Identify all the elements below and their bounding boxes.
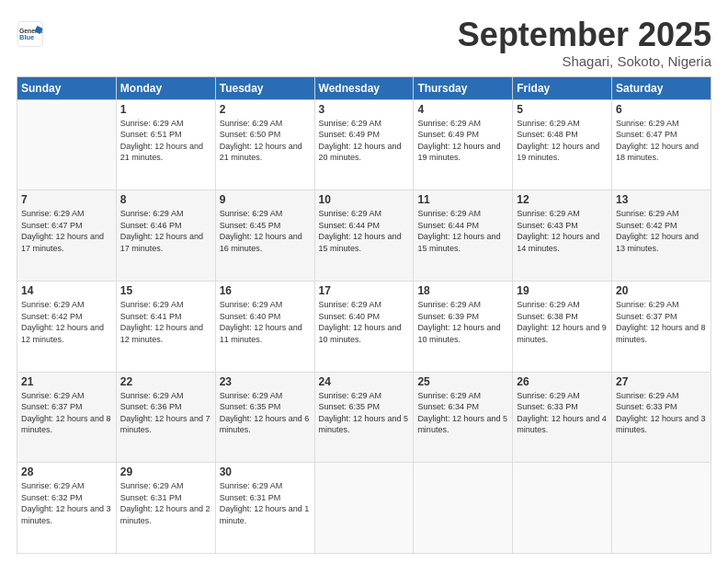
day-info: Sunrise: 6:29 AM Sunset: 6:50 PM Dayligh… <box>220 118 311 164</box>
day-number: 11 <box>417 193 508 206</box>
day-number: 17 <box>319 284 410 297</box>
table-row: 16Sunrise: 6:29 AM Sunset: 6:40 PM Dayli… <box>215 281 314 372</box>
calendar-week-row: 21Sunrise: 6:29 AM Sunset: 6:37 PM Dayli… <box>17 372 711 463</box>
col-thursday: Thursday <box>414 76 513 99</box>
day-number: 10 <box>319 193 410 206</box>
day-info: Sunrise: 6:29 AM Sunset: 6:37 PM Dayligh… <box>616 299 707 345</box>
day-number: 3 <box>319 103 410 116</box>
table-row: 20Sunrise: 6:29 AM Sunset: 6:37 PM Dayli… <box>612 281 711 372</box>
day-number: 5 <box>517 103 608 116</box>
table-row: 30Sunrise: 6:29 AM Sunset: 6:31 PM Dayli… <box>215 463 314 554</box>
day-info: Sunrise: 6:29 AM Sunset: 6:45 PM Dayligh… <box>220 208 311 254</box>
table-row: 6Sunrise: 6:29 AM Sunset: 6:47 PM Daylig… <box>612 99 711 190</box>
day-info: Sunrise: 6:29 AM Sunset: 6:47 PM Dayligh… <box>21 208 112 254</box>
day-info: Sunrise: 6:29 AM Sunset: 6:42 PM Dayligh… <box>21 299 112 345</box>
calendar-header-row: Sunday Monday Tuesday Wednesday Thursday… <box>17 76 711 99</box>
calendar-week-row: 28Sunrise: 6:29 AM Sunset: 6:32 PM Dayli… <box>17 463 711 554</box>
day-number: 6 <box>616 103 707 116</box>
day-number: 7 <box>21 193 112 206</box>
day-number: 22 <box>120 375 211 388</box>
table-row <box>513 463 612 554</box>
col-friday: Friday <box>513 76 612 99</box>
day-info: Sunrise: 6:29 AM Sunset: 6:40 PM Dayligh… <box>319 299 410 345</box>
table-row <box>314 463 414 554</box>
col-saturday: Saturday <box>612 76 711 99</box>
calendar-table: Sunday Monday Tuesday Wednesday Thursday… <box>17 76 711 554</box>
day-number: 14 <box>21 284 112 297</box>
day-number: 13 <box>616 193 707 206</box>
day-number: 16 <box>220 284 311 297</box>
day-info: Sunrise: 6:29 AM Sunset: 6:47 PM Dayligh… <box>616 118 707 164</box>
day-info: Sunrise: 6:29 AM Sunset: 6:46 PM Dayligh… <box>120 208 211 254</box>
table-row: 12Sunrise: 6:29 AM Sunset: 6:43 PM Dayli… <box>513 190 612 282</box>
table-row: 29Sunrise: 6:29 AM Sunset: 6:31 PM Dayli… <box>116 463 215 554</box>
day-number: 23 <box>220 375 311 388</box>
table-row <box>612 463 711 554</box>
table-row: 19Sunrise: 6:29 AM Sunset: 6:38 PM Dayli… <box>513 281 612 372</box>
page: General Blue September 2025 Shagari, Sok… <box>0 0 728 563</box>
col-sunday: Sunday <box>17 76 117 99</box>
day-number: 1 <box>120 103 211 116</box>
table-row: 3Sunrise: 6:29 AM Sunset: 6:49 PM Daylig… <box>314 99 414 190</box>
day-number: 18 <box>417 284 508 297</box>
col-monday: Monday <box>116 76 215 99</box>
table-row: 10Sunrise: 6:29 AM Sunset: 6:44 PM Dayli… <box>314 190 414 282</box>
day-number: 27 <box>616 375 707 388</box>
table-row: 5Sunrise: 6:29 AM Sunset: 6:48 PM Daylig… <box>513 99 612 190</box>
day-info: Sunrise: 6:29 AM Sunset: 6:33 PM Dayligh… <box>616 390 707 436</box>
day-info: Sunrise: 6:29 AM Sunset: 6:31 PM Dayligh… <box>220 480 311 526</box>
table-row <box>17 99 117 190</box>
day-number: 21 <box>21 375 112 388</box>
day-info: Sunrise: 6:29 AM Sunset: 6:39 PM Dayligh… <box>417 299 508 345</box>
day-info: Sunrise: 6:29 AM Sunset: 6:38 PM Dayligh… <box>517 299 608 345</box>
day-info: Sunrise: 6:29 AM Sunset: 6:34 PM Dayligh… <box>417 390 508 436</box>
day-number: 30 <box>220 465 311 478</box>
table-row: 25Sunrise: 6:29 AM Sunset: 6:34 PM Dayli… <box>414 372 513 463</box>
table-row: 2Sunrise: 6:29 AM Sunset: 6:50 PM Daylig… <box>215 99 314 190</box>
day-number: 28 <box>21 465 112 478</box>
day-info: Sunrise: 6:29 AM Sunset: 6:40 PM Dayligh… <box>220 299 311 345</box>
table-row: 8Sunrise: 6:29 AM Sunset: 6:46 PM Daylig… <box>116 190 215 282</box>
table-row <box>414 463 513 554</box>
day-number: 9 <box>220 193 311 206</box>
day-info: Sunrise: 6:29 AM Sunset: 6:32 PM Dayligh… <box>21 480 112 526</box>
calendar-week-row: 7Sunrise: 6:29 AM Sunset: 6:47 PM Daylig… <box>17 190 711 282</box>
table-row: 18Sunrise: 6:29 AM Sunset: 6:39 PM Dayli… <box>414 281 513 372</box>
logo-icon: General Blue <box>17 20 44 48</box>
table-row: 15Sunrise: 6:29 AM Sunset: 6:41 PM Dayli… <box>116 281 215 372</box>
table-row: 4Sunrise: 6:29 AM Sunset: 6:49 PM Daylig… <box>414 99 513 190</box>
day-number: 25 <box>417 375 508 388</box>
calendar-week-row: 1Sunrise: 6:29 AM Sunset: 6:51 PM Daylig… <box>17 99 711 190</box>
day-info: Sunrise: 6:29 AM Sunset: 6:43 PM Dayligh… <box>517 208 608 254</box>
day-number: 20 <box>616 284 707 297</box>
table-row: 27Sunrise: 6:29 AM Sunset: 6:33 PM Dayli… <box>612 372 711 463</box>
day-info: Sunrise: 6:29 AM Sunset: 6:49 PM Dayligh… <box>319 118 410 164</box>
day-number: 24 <box>319 375 410 388</box>
day-number: 29 <box>120 465 211 478</box>
day-number: 26 <box>517 375 608 388</box>
table-row: 28Sunrise: 6:29 AM Sunset: 6:32 PM Dayli… <box>17 463 117 554</box>
day-number: 12 <box>517 193 608 206</box>
day-number: 19 <box>517 284 608 297</box>
day-info: Sunrise: 6:29 AM Sunset: 6:31 PM Dayligh… <box>120 480 211 526</box>
table-row: 26Sunrise: 6:29 AM Sunset: 6:33 PM Dayli… <box>513 372 612 463</box>
day-info: Sunrise: 6:29 AM Sunset: 6:36 PM Dayligh… <box>120 390 211 436</box>
day-info: Sunrise: 6:29 AM Sunset: 6:49 PM Dayligh… <box>417 118 508 164</box>
day-info: Sunrise: 6:29 AM Sunset: 6:41 PM Dayligh… <box>120 299 211 345</box>
day-info: Sunrise: 6:29 AM Sunset: 6:48 PM Dayligh… <box>517 118 608 164</box>
table-row: 23Sunrise: 6:29 AM Sunset: 6:35 PM Dayli… <box>215 372 314 463</box>
table-row: 14Sunrise: 6:29 AM Sunset: 6:42 PM Dayli… <box>17 281 117 372</box>
day-info: Sunrise: 6:29 AM Sunset: 6:42 PM Dayligh… <box>616 208 707 254</box>
day-info: Sunrise: 6:29 AM Sunset: 6:33 PM Dayligh… <box>517 390 608 436</box>
day-number: 4 <box>417 103 508 116</box>
calendar-week-row: 14Sunrise: 6:29 AM Sunset: 6:42 PM Dayli… <box>17 281 711 372</box>
table-row: 21Sunrise: 6:29 AM Sunset: 6:37 PM Dayli… <box>17 372 117 463</box>
col-wednesday: Wednesday <box>314 76 414 99</box>
table-row: 24Sunrise: 6:29 AM Sunset: 6:35 PM Dayli… <box>314 372 414 463</box>
day-info: Sunrise: 6:29 AM Sunset: 6:44 PM Dayligh… <box>319 208 410 254</box>
title-block: September 2025 Shagari, Sokoto, Nigeria <box>458 17 711 69</box>
day-number: 8 <box>120 193 211 206</box>
table-row: 13Sunrise: 6:29 AM Sunset: 6:42 PM Dayli… <box>612 190 711 282</box>
month-title: September 2025 <box>458 17 711 53</box>
logo: General Blue <box>17 20 44 48</box>
